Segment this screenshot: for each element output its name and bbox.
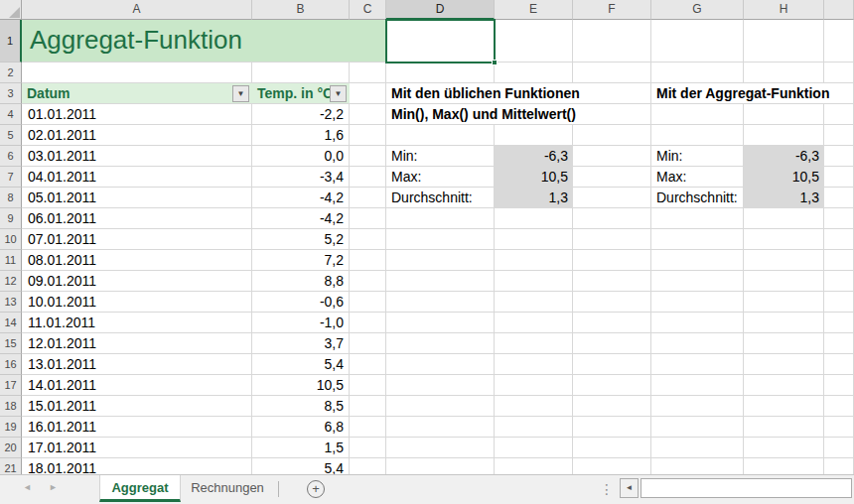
cell-A11[interactable]: 08.01.2011 bbox=[23, 250, 251, 271]
cell-A20[interactable]: 17.01.2011 bbox=[23, 438, 251, 458]
cell-A17[interactable]: 14.01.2011 bbox=[23, 375, 251, 396]
left-panel-heading-1[interactable]: Mit den üblichen Funktionen bbox=[386, 83, 586, 103]
fill-handle[interactable] bbox=[492, 60, 498, 65]
left-stat-label-avg[interactable]: Durchschnitt: bbox=[386, 188, 495, 208]
column-header-B[interactable]: B bbox=[252, 0, 350, 20]
row-header-7[interactable]: 7 bbox=[0, 167, 22, 188]
filter-button-temp[interactable]: ▼ bbox=[330, 85, 347, 102]
cell-B14[interactable]: -1,0 bbox=[252, 313, 349, 333]
row-header-15[interactable]: 15 bbox=[0, 333, 22, 354]
cell-B4[interactable]: -2,2 bbox=[252, 104, 349, 125]
left-stat-value-max[interactable]: 10,5 bbox=[495, 167, 573, 188]
cell-A9[interactable]: 06.01.2011 bbox=[23, 208, 251, 229]
row-header-6[interactable]: 6 bbox=[0, 146, 22, 167]
cell-A7[interactable]: 04.01.2011 bbox=[23, 167, 251, 188]
left-stat-value-avg[interactable]: 1,3 bbox=[495, 188, 573, 208]
column-header-H[interactable]: H bbox=[744, 0, 824, 20]
hscroll-left-button[interactable]: ◄ bbox=[620, 478, 639, 498]
row-header-8[interactable]: 8 bbox=[0, 188, 22, 208]
row-header-20[interactable]: 20 bbox=[0, 438, 22, 458]
cell-B10[interactable]: 5,2 bbox=[252, 229, 349, 250]
right-stat-label-avg[interactable]: Durchschnitt: bbox=[651, 188, 744, 208]
row-header-1[interactable]: 1 bbox=[0, 20, 22, 63]
row-header-2[interactable]: 2 bbox=[0, 63, 22, 83]
cell-B17[interactable]: 10,5 bbox=[252, 375, 349, 396]
cell-B19[interactable]: 6,8 bbox=[252, 417, 349, 438]
tab-aggregat[interactable]: Aggregat bbox=[99, 475, 181, 502]
cell-A19[interactable]: 16.01.2011 bbox=[23, 417, 251, 438]
cell-A16[interactable]: 13.01.2011 bbox=[23, 354, 251, 375]
row-header-5[interactable]: 5 bbox=[0, 125, 22, 146]
cell-A4[interactable]: 01.01.2011 bbox=[23, 104, 251, 125]
cell-A13[interactable]: 10.01.2011 bbox=[23, 292, 251, 313]
column-header-C[interactable]: C bbox=[350, 0, 386, 20]
row-header-9[interactable]: 9 bbox=[0, 208, 22, 229]
row-header-18[interactable]: 18 bbox=[0, 396, 22, 417]
cell-A12[interactable]: 09.01.2011 bbox=[23, 271, 251, 292]
filter-button-datum[interactable]: ▼ bbox=[232, 85, 249, 102]
column-header-F[interactable]: F bbox=[573, 0, 651, 20]
row-header-14[interactable]: 14 bbox=[0, 313, 22, 333]
add-sheet-button[interactable]: + bbox=[307, 480, 325, 498]
row-header-10[interactable]: 10 bbox=[0, 229, 22, 250]
right-panel-heading[interactable]: Mit der Aggregat-Funktion bbox=[651, 83, 835, 103]
cell-B7[interactable]: -3,4 bbox=[252, 167, 349, 188]
tab-separator bbox=[278, 481, 279, 497]
cell-A6[interactable]: 03.01.2011 bbox=[23, 146, 251, 167]
row-header-3[interactable]: 3 bbox=[0, 83, 22, 104]
column-header-E[interactable]: E bbox=[495, 0, 573, 20]
cell-B16[interactable]: 5,4 bbox=[252, 354, 349, 375]
row-header-11[interactable]: 11 bbox=[0, 250, 22, 271]
row-header-17[interactable]: 17 bbox=[0, 375, 22, 396]
hscroll-thumb[interactable] bbox=[640, 478, 852, 498]
cell-B5[interactable]: 1,6 bbox=[252, 125, 349, 146]
tab-nav-right-icon[interactable]: ► bbox=[49, 482, 58, 492]
right-stat-label-max[interactable]: Max: bbox=[651, 167, 744, 188]
left-stat-value-min[interactable]: -6,3 bbox=[495, 146, 573, 167]
left-stat-label-max[interactable]: Max: bbox=[386, 167, 495, 188]
title-cell[interactable]: Aggregat-Funktion bbox=[22, 20, 386, 62]
left-stat-label-min[interactable]: Min: bbox=[386, 146, 495, 167]
cell-B11[interactable]: 7,2 bbox=[252, 250, 349, 271]
left-panel-heading-2[interactable]: Min(), Max() und Mittelwert() bbox=[386, 104, 582, 124]
sheet-tab-bar: ◄ ► Aggregat Rechnungen + ⋮ ◄ bbox=[0, 474, 854, 504]
active-cell-selection[interactable] bbox=[385, 19, 496, 63]
cell-B8[interactable]: -4,2 bbox=[252, 188, 349, 208]
right-stat-value-avg[interactable]: 1,3 bbox=[744, 188, 824, 208]
cell-A15[interactable]: 12.01.2011 bbox=[23, 333, 251, 354]
cell-A10[interactable]: 07.01.2011 bbox=[23, 229, 251, 250]
right-stat-label-min[interactable]: Min: bbox=[651, 146, 744, 167]
select-all-corner[interactable] bbox=[0, 0, 22, 20]
right-stat-value-min[interactable]: -6,3 bbox=[744, 146, 824, 167]
column-header-A[interactable]: A bbox=[22, 0, 252, 20]
spreadsheet-window: ABCDEFGH12345678910111213141516171819202… bbox=[0, 0, 854, 504]
tab-resize-grip-icon[interactable]: ⋮ bbox=[600, 479, 614, 499]
tab-nav-left-icon[interactable]: ◄ bbox=[23, 482, 32, 492]
cell-B6[interactable]: 0,0 bbox=[252, 146, 349, 167]
tab-rechnungen[interactable]: Rechnungen bbox=[181, 475, 274, 502]
column-header-D[interactable]: D bbox=[386, 0, 495, 20]
cell-B13[interactable]: -0,6 bbox=[252, 292, 349, 313]
gridline bbox=[22, 63, 854, 83]
cell-B12[interactable]: 8,8 bbox=[252, 271, 349, 292]
cell-B18[interactable]: 8,5 bbox=[252, 396, 349, 417]
cell-B20[interactable]: 1,5 bbox=[252, 438, 349, 458]
cell-B15[interactable]: 3,7 bbox=[252, 333, 349, 354]
cell-A5[interactable]: 02.01.2011 bbox=[23, 125, 251, 146]
right-stat-value-max[interactable]: 10,5 bbox=[744, 167, 824, 188]
row-header-4[interactable]: 4 bbox=[0, 104, 22, 125]
cell-A14[interactable]: 11.01.2011 bbox=[23, 313, 251, 333]
cell-B9[interactable]: -4,2 bbox=[252, 208, 349, 229]
row-header-12[interactable]: 12 bbox=[0, 271, 22, 292]
table-header-datum[interactable]: Datum bbox=[22, 83, 252, 103]
row-header-16[interactable]: 16 bbox=[0, 354, 22, 375]
row-header-19[interactable]: 19 bbox=[0, 417, 22, 438]
cell-A18[interactable]: 15.01.2011 bbox=[23, 396, 251, 417]
row-header-13[interactable]: 13 bbox=[0, 292, 22, 313]
column-header-G[interactable]: G bbox=[651, 0, 744, 20]
cell-A8[interactable]: 05.01.2011 bbox=[23, 188, 251, 208]
column-header-partial[interactable] bbox=[824, 0, 854, 20]
select-all-triangle-icon bbox=[9, 7, 20, 18]
